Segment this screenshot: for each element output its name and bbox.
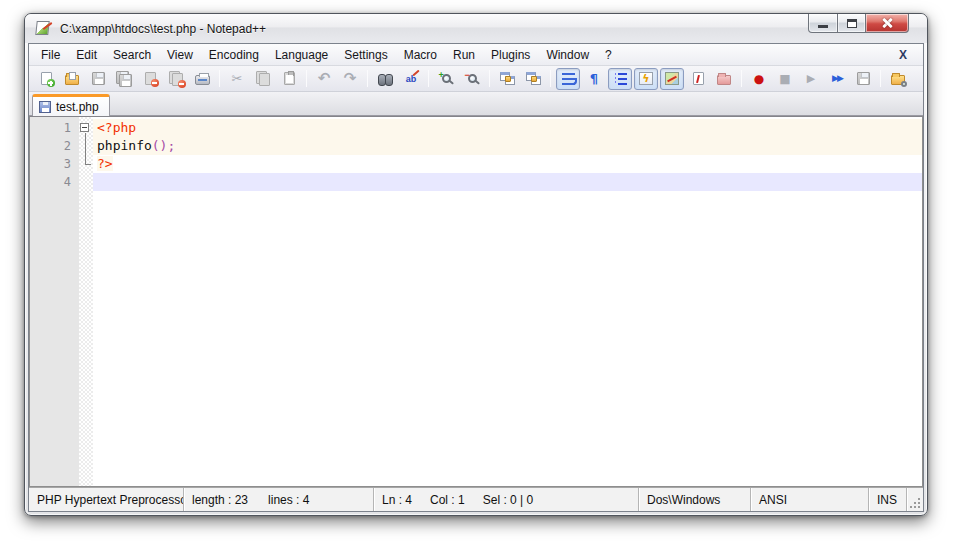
indent-guide-icon <box>614 73 627 85</box>
paste-icon <box>284 72 295 85</box>
print-button[interactable] <box>190 68 214 90</box>
save-button[interactable] <box>86 68 110 90</box>
code-line-4-current <box>93 173 922 191</box>
restore-button[interactable] <box>838 14 866 33</box>
notepad-plus-plus-window: C:\xampp\htdocs\test.php - Notepad++ Fil… <box>24 13 928 516</box>
replace-button[interactable]: ab <box>399 68 423 90</box>
show-indent-guide-button[interactable] <box>608 68 632 90</box>
toolbar-separator <box>306 70 307 87</box>
menu-item-encoding[interactable]: Encoding <box>201 45 267 65</box>
menu-item-view[interactable]: View <box>159 45 201 65</box>
document-switcher-icon <box>693 72 704 85</box>
close-document-icon <box>145 72 156 85</box>
toolbar-separator <box>219 70 220 87</box>
redo-button[interactable]: ↷ <box>338 68 362 90</box>
menu-item-help[interactable]: ? <box>597 45 620 65</box>
zoom-out-icon: − <box>468 74 477 83</box>
status-lines: lines : 4 <box>268 493 309 507</box>
macro-record-button[interactable]: ● <box>747 68 771 90</box>
folder-as-workspace-button[interactable] <box>712 68 736 90</box>
copy-icon <box>256 71 271 86</box>
fold-line <box>79 137 93 155</box>
find-button[interactable] <box>373 68 397 90</box>
tab-test-php[interactable]: test.php <box>32 94 110 116</box>
notepad-plus-plus-app-icon <box>35 21 51 36</box>
document-switcher-button[interactable] <box>686 68 710 90</box>
title-bar[interactable]: C:\xampp\htdocs\test.php - Notepad++ <box>25 14 927 43</box>
line-number: 3 <box>30 155 79 173</box>
open-containing-folder-button[interactable] <box>886 68 910 90</box>
save-icon <box>92 72 105 85</box>
new-file-button[interactable] <box>34 68 58 90</box>
saved-file-icon <box>39 101 51 113</box>
toolbar-separator <box>367 70 368 87</box>
macro-save-button[interactable] <box>851 68 875 90</box>
close-document-button[interactable] <box>138 68 162 90</box>
fold-collapse-marker[interactable] <box>79 119 93 137</box>
find-icon <box>378 74 393 84</box>
macro-play-icon: ▶ <box>807 73 815 84</box>
status-doc-type: PHP Hypertext Preprocessor <box>29 488 183 511</box>
menu-item-plugins[interactable]: Plugins <box>483 45 538 65</box>
status-length: length : 23 <box>192 493 248 507</box>
status-column: Col : 1 <box>430 493 465 507</box>
menu-item-macro[interactable]: Macro <box>396 45 445 65</box>
code-line-2: phpinfo(); <box>93 137 922 155</box>
word-wrap-button[interactable] <box>556 68 580 90</box>
tab-label: test.php <box>56 100 99 114</box>
save-all-button[interactable] <box>112 68 136 90</box>
close-all-documents-icon <box>169 71 184 86</box>
sync-horizontal-scrolling-button[interactable] <box>521 68 545 90</box>
minimize-button[interactable] <box>808 14 838 33</box>
menu-item-search[interactable]: Search <box>105 45 159 65</box>
status-caret-position: Ln : 4 Col : 1 Sel : 0 | 0 <box>373 488 638 511</box>
toolbar-separator <box>550 70 551 87</box>
zoom-in-icon: + <box>442 74 451 83</box>
close-all-documents-button[interactable] <box>164 68 188 90</box>
undo-button[interactable]: ↶ <box>312 68 336 90</box>
menu-item-language[interactable]: Language <box>267 45 336 65</box>
macro-stop-button[interactable]: ■ <box>773 68 797 90</box>
document-map-button[interactable] <box>660 68 684 90</box>
close-button[interactable] <box>866 14 909 33</box>
function-list-button[interactable]: ϟ <box>634 68 658 90</box>
line-number-gutter: 1 2 3 4 <box>30 117 79 486</box>
paste-button[interactable] <box>277 68 301 90</box>
sync-horizontal-icon <box>526 72 541 85</box>
menubar-close-button[interactable]: X <box>893 47 913 63</box>
copy-button[interactable] <box>251 68 275 90</box>
window-controls <box>808 14 909 33</box>
macro-play-button[interactable]: ▶ <box>799 68 823 90</box>
zoom-in-button[interactable]: + <box>434 68 458 90</box>
toolbar-separator <box>428 70 429 87</box>
macro-stop-icon: ■ <box>779 73 790 85</box>
line-number: 1 <box>30 119 79 137</box>
print-icon <box>195 75 210 85</box>
menu-item-file[interactable]: File <box>33 45 68 65</box>
fold-margin <box>79 117 93 486</box>
show-all-characters-button[interactable]: ¶ <box>582 68 606 90</box>
close-icon <box>881 17 894 29</box>
folder-as-workspace-icon <box>717 75 731 85</box>
open-file-button[interactable] <box>60 68 84 90</box>
minimize-icon <box>818 25 828 28</box>
status-typing-mode[interactable]: INS <box>868 488 906 511</box>
resize-grip[interactable] <box>906 488 923 511</box>
zoom-out-button[interactable]: − <box>460 68 484 90</box>
macro-run-multiple-icon: ▶▶ <box>832 74 842 83</box>
sync-vertical-scrolling-button[interactable] <box>495 68 519 90</box>
menu-item-window[interactable]: Window <box>538 45 597 65</box>
editor-text-area[interactable]: <?php phpinfo(); ?> <box>93 117 922 486</box>
window-title: C:\xampp\htdocs\test.php - Notepad++ <box>60 22 266 36</box>
fold-end-marker <box>79 155 93 173</box>
toolbar-separator <box>880 70 881 87</box>
toolbar-separator <box>489 70 490 87</box>
menu-item-settings[interactable]: Settings <box>336 45 395 65</box>
open-containing-folder-icon <box>891 75 905 85</box>
client-area: File Edit Search View Encoding Language … <box>28 43 924 512</box>
cut-button[interactable]: ✂ <box>225 68 249 90</box>
menu-item-edit[interactable]: Edit <box>68 45 105 65</box>
macro-run-multiple-button[interactable]: ▶▶ <box>825 68 849 90</box>
restore-icon <box>847 19 857 28</box>
menu-item-run[interactable]: Run <box>445 45 483 65</box>
